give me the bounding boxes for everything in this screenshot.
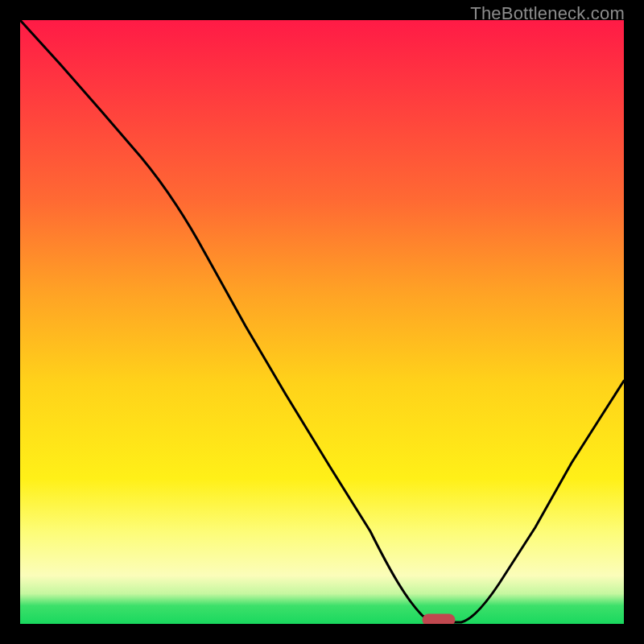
- optimal-marker: [423, 614, 455, 624]
- bottleneck-curve: [20, 20, 624, 622]
- chart-frame: TheBottleneck.com: [0, 0, 644, 644]
- curve-layer: [20, 20, 624, 624]
- watermark-text: TheBottleneck.com: [470, 3, 625, 24]
- plot-area: [20, 20, 624, 624]
